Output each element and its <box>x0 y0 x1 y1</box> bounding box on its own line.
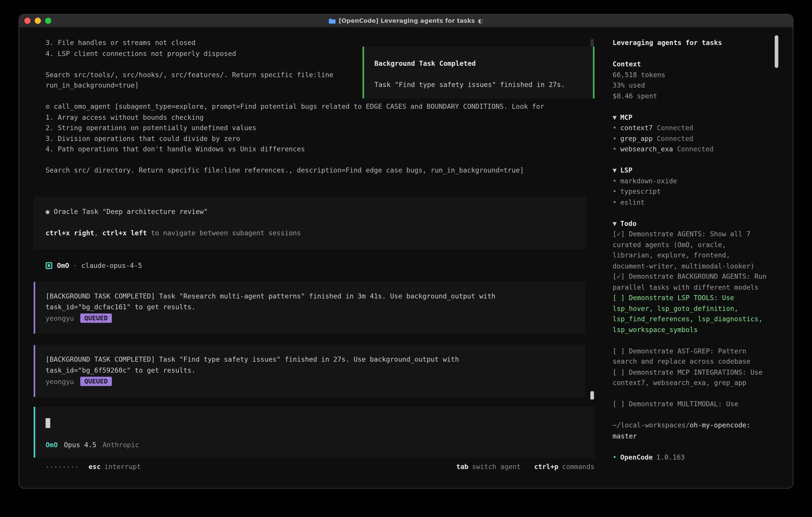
chat-scroll-area[interactable]: 3. File handles or streams not closed 4.… <box>19 27 605 407</box>
commands-hint: ctrl+p commands <box>534 462 594 472</box>
window-controls <box>19 18 51 24</box>
context-heading: Context <box>613 59 768 70</box>
workspace-path: ~/local-workspaces/oh-my-opencode: <box>613 420 768 431</box>
main-scrollbar-thumb[interactable] <box>590 391 594 400</box>
background-task-message: [BACKGROUND TASK COMPLETED] Task "Resear… <box>34 282 586 334</box>
git-branch: master <box>613 431 768 441</box>
context-spent: $0.46 spent <box>613 91 768 102</box>
agent-separator: · <box>69 262 81 270</box>
chat-main-area: 3. File handles or streams not closed 4.… <box>19 27 605 488</box>
subagent-navigation-hint: ctrl+x right, ctrl+x left to navigate be… <box>34 228 586 238</box>
session-sidebar[interactable]: Leveraging agents for tasks Context 66,5… <box>605 27 793 488</box>
lsp-item: •eslint <box>613 197 768 208</box>
chevron-down-icon: ▼ <box>613 219 617 227</box>
bullet-icon: • <box>613 452 617 463</box>
blank-line <box>613 208 768 218</box>
mcp-heading: MCP <box>620 113 633 121</box>
workspace-dir: ~/local-workspaces/ <box>613 421 690 429</box>
gear-icon: ⚙ <box>46 103 50 110</box>
lsp-section-header[interactable]: ▼LSP <box>613 165 768 176</box>
todo-section-header[interactable]: ▼Todo <box>613 218 768 229</box>
todo-item-active: [ ] Demonstrate LSP TOOLS: Use lsp_hover… <box>613 293 768 335</box>
esc-action-label: interrupt <box>104 462 141 472</box>
blank-line <box>613 102 768 112</box>
lsp-name: markdown-oxide <box>620 177 677 185</box>
chevron-down-icon: ▼ <box>613 166 617 174</box>
agent-name: OmO <box>57 262 69 270</box>
mcp-section-header[interactable]: ▼MCP <box>613 112 768 123</box>
mcp-status-text: Connected <box>657 135 693 142</box>
bullet-icon: • <box>613 177 617 185</box>
window-title: [OpenCode] Leveraging agents for tasks ◐ <box>19 17 793 24</box>
commands-key-label: ctrl+p <box>534 462 558 472</box>
mcp-status <box>653 124 657 132</box>
message-meta: yeongyu QUEUED <box>46 313 586 324</box>
input-model-name: Opus 4.5 <box>64 440 96 450</box>
status-right: tab switch agent ctrl+p commands <box>456 462 594 472</box>
input-provider-name: Anthropic <box>103 440 139 450</box>
tool-call-item: 4. Path operations that don't handle Win… <box>19 144 605 155</box>
message-user: yeongyu <box>46 315 74 322</box>
todo-heading: Todo <box>620 219 637 227</box>
app-version: • OpenCode 1.0.163 <box>613 452 768 463</box>
sidebar-scrollbar-thumb[interactable] <box>775 35 778 68</box>
esc-hint: esc interrupt <box>88 462 141 472</box>
hint-key: ctrl+x left <box>102 229 147 237</box>
lsp-name: eslint <box>620 198 645 206</box>
desktop: [OpenCode] Leveraging agents for tasks ◐… <box>0 0 812 517</box>
lsp-heading: LSP <box>620 166 633 174</box>
toast-title: Background Task Completed <box>374 59 593 69</box>
message-meta: yeongyu QUEUED <box>46 376 586 387</box>
tab-action-label: switch agent <box>472 462 521 472</box>
message-line: [BACKGROUND TASK COMPLETED] Task "Resear… <box>46 291 586 302</box>
mcp-status <box>653 135 657 142</box>
hint-key: ctrl+x right <box>46 229 94 237</box>
todo-item-pending: [ ] Demonstrate AST-GREP: Pattern search… <box>613 346 768 367</box>
close-button[interactable] <box>24 18 31 24</box>
esc-key-label: esc <box>88 462 101 472</box>
status-bar: ········ esc interrupt tab switch agent … <box>19 458 605 488</box>
app-name: OpenCode <box>620 452 653 463</box>
oracle-task-text: Oracle Task "Deep architecture review" <box>54 208 208 215</box>
status-badge: QUEUED <box>80 377 112 386</box>
zoom-button[interactable] <box>45 18 51 24</box>
blank-line <box>613 335 768 346</box>
bullet-icon: • <box>613 124 617 132</box>
session-title: Leveraging agents for tasks <box>613 38 768 48</box>
titlebar[interactable]: [OpenCode] Leveraging agents for tasks ◐ <box>19 15 793 28</box>
minimize-button[interactable] <box>35 18 41 24</box>
oracle-task-title: ◉Oracle Task "Deep architecture review" <box>34 207 586 217</box>
tool-call-text: call_omo_agent [subagent_type=explore, p… <box>54 103 544 110</box>
todo-item-pending: [ ] Demonstrate MCP INTEGRATIONS: Use co… <box>613 367 768 388</box>
message-line: [BACKGROUND TASK COMPLETED] Task "Find t… <box>46 354 586 365</box>
prompt-input[interactable]: OmO Opus 4.5 Anthropic <box>34 407 594 458</box>
lsp-item: •markdown-oxide <box>613 176 768 187</box>
bullet-icon: • <box>613 188 617 195</box>
blank-line <box>19 155 605 165</box>
mcp-name: websearch_exa <box>620 145 673 153</box>
todo-item-done: [✓] Demonstrate AGENTS: Show all 7 curat… <box>613 229 768 272</box>
folder-icon <box>329 18 336 24</box>
message-line: task_id="bg_dcfac161" to get results. <box>46 302 586 312</box>
hint-separator: , <box>94 229 103 237</box>
mcp-status <box>673 145 677 153</box>
input-agent-name: OmO <box>46 440 58 450</box>
bullet-icon: • <box>613 135 617 142</box>
session-state-icon: ◐ <box>478 17 483 24</box>
lsp-item: •typescript <box>613 187 768 197</box>
spinner-dots-icon: ········ <box>46 462 79 472</box>
message-user: yeongyu <box>46 378 74 385</box>
background-task-toast[interactable]: Background Task Completed Task "Find typ… <box>362 47 594 98</box>
message-line: task_id="bg_6f59260c" to get results. <box>46 365 586 376</box>
mcp-item: •grep_app Connected <box>613 133 768 144</box>
blank-line <box>34 217 586 228</box>
context-used: 33% used <box>613 80 768 91</box>
commands-action-label: commands <box>562 462 594 472</box>
app-version-number: 1.0.163 <box>656 452 685 463</box>
agent-header: OmO · claude-opus-4-5 <box>19 260 605 271</box>
tool-call-item: 1. Array access without bounds checking <box>19 112 605 123</box>
window-content: 3. File handles or streams not closed 4.… <box>19 27 793 488</box>
agent-model: claude-opus-4-5 <box>81 262 142 270</box>
context-tokens: 66,518 tokens <box>613 70 768 80</box>
tool-call-item: 3. Division operations that could divide… <box>19 133 605 144</box>
